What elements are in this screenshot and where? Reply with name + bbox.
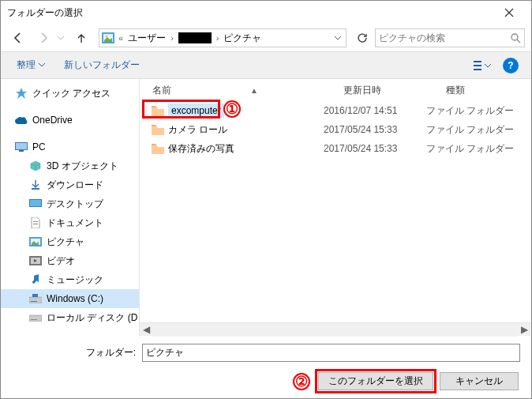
onedrive-icon bbox=[15, 114, 28, 126]
dialog-footer: フォルダー: ② このフォルダーを選択 キャンセル bbox=[1, 336, 531, 397]
refresh-button[interactable] bbox=[353, 28, 372, 47]
svg-rect-10 bbox=[32, 188, 39, 190]
folder-icon bbox=[151, 141, 165, 156]
video-icon bbox=[29, 254, 42, 267]
item-name: カメラ ロール bbox=[168, 123, 227, 137]
quick-access-icon bbox=[15, 87, 28, 100]
item-date: 2016/12/07 14:51 bbox=[324, 105, 426, 116]
header-type[interactable]: 種類 bbox=[446, 84, 525, 97]
tree-pc[interactable]: PC bbox=[1, 137, 139, 156]
chevron-icon: « bbox=[115, 33, 126, 43]
address-bar[interactable]: « ユーザー › › ピクチャ bbox=[99, 28, 347, 47]
forward-button[interactable] bbox=[32, 28, 54, 47]
svg-rect-12 bbox=[30, 200, 41, 206]
tree-quick-access[interactable]: クイック アクセス bbox=[1, 84, 139, 103]
item-type: ファイル フォルダー bbox=[426, 142, 525, 156]
search-input[interactable] bbox=[379, 32, 510, 43]
organize-menu[interactable]: 整理 bbox=[10, 55, 51, 75]
item-name: 保存済みの写真 bbox=[168, 142, 234, 156]
download-icon bbox=[29, 179, 42, 191]
tree-onedrive[interactable]: OneDrive bbox=[1, 111, 139, 130]
svg-rect-8 bbox=[16, 143, 27, 149]
svg-point-3 bbox=[511, 34, 518, 40]
music-icon bbox=[29, 273, 42, 286]
up-button[interactable] bbox=[70, 28, 92, 47]
scroll-left-icon[interactable]: ◀ bbox=[140, 323, 153, 337]
tree-desktop[interactable]: デスクトップ bbox=[1, 194, 139, 213]
folder-icon bbox=[151, 104, 165, 118]
svg-rect-19 bbox=[29, 297, 42, 303]
window-title: フォルダーの選択 bbox=[7, 6, 493, 20]
svg-rect-4 bbox=[474, 61, 481, 62]
view-options[interactable] bbox=[471, 56, 493, 75]
annotation-marker-2: ② bbox=[293, 373, 310, 390]
svg-rect-22 bbox=[29, 315, 42, 322]
select-folder-button[interactable]: このフォルダーを選択 bbox=[318, 372, 433, 390]
svg-rect-5 bbox=[474, 65, 481, 66]
address-dropdown[interactable] bbox=[330, 28, 344, 47]
cube-icon bbox=[29, 160, 42, 172]
chevron-icon: › bbox=[167, 33, 177, 43]
close-button[interactable] bbox=[493, 1, 525, 24]
nav-bar: « ユーザー › › ピクチャ bbox=[1, 24, 531, 51]
pictures-icon bbox=[101, 31, 115, 45]
header-date[interactable]: 更新日時 bbox=[343, 84, 446, 97]
svg-rect-23 bbox=[31, 319, 37, 320]
svg-rect-9 bbox=[19, 150, 24, 152]
tree-pictures[interactable]: ピクチャ bbox=[1, 232, 139, 251]
search-box[interactable] bbox=[375, 28, 525, 47]
drive-icon bbox=[29, 311, 42, 324]
tree-music[interactable]: ミュージック bbox=[1, 270, 139, 289]
item-name: excomputer bbox=[168, 104, 224, 118]
folder-input[interactable] bbox=[142, 344, 520, 362]
item-date: 2017/05/24 15:33 bbox=[324, 143, 426, 154]
svg-rect-13 bbox=[33, 221, 38, 222]
svg-rect-6 bbox=[474, 69, 481, 70]
title-bar: フォルダーの選択 bbox=[1, 1, 531, 24]
scroll-right-icon[interactable]: ▶ bbox=[518, 323, 531, 337]
item-date: 2017/05/24 15:33 bbox=[324, 124, 426, 135]
list-item[interactable]: カメラ ロール 2017/05/24 15:33 ファイル フォルダー bbox=[140, 120, 531, 139]
search-icon bbox=[510, 32, 521, 43]
item-type: ファイル フォルダー bbox=[426, 123, 525, 137]
horizontal-scrollbar[interactable]: ◀ ▶ bbox=[140, 322, 531, 336]
pictures-icon bbox=[29, 235, 42, 248]
toolbar: 整理 新しいフォルダー ? bbox=[1, 51, 531, 79]
help-button[interactable]: ? bbox=[500, 56, 522, 75]
annotation-marker-1: ① bbox=[223, 100, 241, 118]
recent-dropdown[interactable] bbox=[58, 36, 67, 40]
tree-downloads[interactable]: ダウンロード bbox=[1, 175, 139, 194]
tree-3d-objects[interactable]: 3D オブジェクト bbox=[1, 156, 139, 175]
new-folder-button[interactable]: 新しいフォルダー bbox=[58, 55, 146, 75]
pc-icon bbox=[15, 141, 28, 153]
tree-local-disk[interactable]: ローカル ディスク (D bbox=[1, 308, 139, 327]
header-name[interactable]: 名前▲ bbox=[146, 84, 343, 97]
breadcrumb-users[interactable]: ユーザー bbox=[126, 32, 167, 45]
list-item[interactable]: 保存済みの写真 2017/05/24 15:33 ファイル フォルダー bbox=[140, 139, 531, 158]
breadcrumb-pictures[interactable]: ピクチャ bbox=[222, 32, 263, 45]
folder-label: フォルダー: bbox=[12, 346, 142, 359]
svg-rect-21 bbox=[32, 294, 38, 297]
back-button[interactable] bbox=[7, 28, 29, 47]
desktop-icon bbox=[29, 198, 42, 210]
document-icon bbox=[29, 216, 42, 229]
drive-icon bbox=[29, 292, 42, 305]
svg-rect-14 bbox=[33, 224, 38, 224]
tree-videos[interactable]: ビデオ bbox=[1, 251, 139, 270]
tree-documents[interactable]: ドキュメント bbox=[1, 213, 139, 232]
svg-point-2 bbox=[106, 36, 108, 38]
navigation-tree: クイック アクセス OneDrive PC 3D オブジェクト ダウンロード デ… bbox=[1, 79, 139, 336]
folder-icon bbox=[151, 122, 165, 137]
cancel-button[interactable]: キャンセル bbox=[440, 372, 519, 390]
item-type: ファイル フォルダー bbox=[426, 104, 525, 118]
breadcrumb-user-redacted[interactable] bbox=[178, 32, 212, 43]
chevron-icon: › bbox=[213, 33, 223, 43]
svg-rect-20 bbox=[31, 301, 37, 302]
tree-windows-c[interactable]: Windows (C:) bbox=[1, 289, 139, 308]
list-item[interactable]: excomputer 2016/12/07 14:51 ファイル フォルダー bbox=[140, 101, 531, 120]
file-list: 名前▲ 更新日時 種類 excomputer 2016/12/07 14:51 … bbox=[139, 79, 531, 336]
column-headers: 名前▲ 更新日時 種類 bbox=[140, 79, 531, 101]
